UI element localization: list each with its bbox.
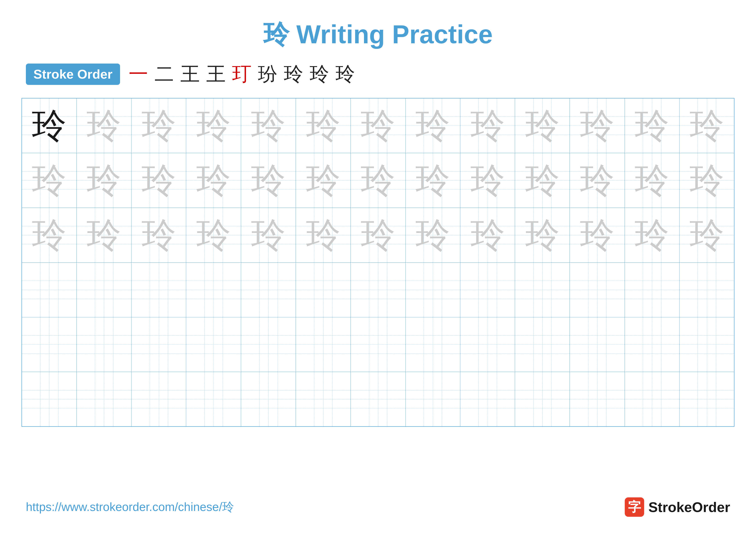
practice-char: 玲 [32,216,67,254]
grid-cell[interactable] [76,372,131,426]
grid-cell[interactable]: 玲 [296,153,350,208]
grid-cell[interactable] [570,317,625,372]
grid-cell[interactable] [515,372,570,426]
grid-cell[interactable]: 玲 [405,208,460,262]
stroke-order-badge: Stroke Order [26,64,120,85]
grid-cell[interactable]: 玲 [351,153,405,208]
grid-cell[interactable] [405,317,460,372]
grid-cell[interactable]: 玲 [625,208,679,262]
grid-cell[interactable] [515,262,570,317]
grid-cell[interactable] [131,317,186,372]
practice-char: 玲 [635,161,669,199]
grid-cell[interactable]: 玲 [76,208,131,262]
grid-cell[interactable] [186,372,241,426]
grid-cell[interactable] [405,372,460,426]
grid-cell[interactable] [405,262,460,317]
grid-cell[interactable]: 玲 [625,98,679,153]
stroke-sequence: 一 二 王 王 玎 玢 玲 玲 玲 [129,61,355,87]
stroke-5: 玎 [232,61,252,87]
grid-cell[interactable]: 玲 [22,153,76,208]
grid-cell[interactable]: 玲 [241,98,296,153]
practice-char: 玲 [306,106,340,145]
grid-cell[interactable] [22,262,76,317]
grid-cell[interactable] [76,262,131,317]
grid-cell[interactable]: 玲 [76,98,131,153]
grid-cell[interactable]: 玲 [515,153,570,208]
practice-char: 玲 [142,106,176,145]
grid-cell[interactable]: 玲 [680,153,734,208]
grid-cell[interactable]: 玲 [515,98,570,153]
grid-cell[interactable] [22,372,76,426]
grid-cell[interactable] [22,317,76,372]
stroke-8: 玲 [310,61,329,87]
grid-cell[interactable]: 玲 [460,153,515,208]
grid-cell[interactable] [680,317,734,372]
stroke-order-section: Stroke Order 一 二 王 王 玎 玢 玲 玲 玲 [0,61,756,87]
grid-cell[interactable]: 玲 [186,208,241,262]
grid-cell[interactable]: 玲 [680,208,734,262]
grid-cell[interactable]: 玲 [460,208,515,262]
grid-cell[interactable]: 玲 [186,153,241,208]
grid-cell[interactable]: 玲 [22,208,76,262]
grid-cell[interactable] [351,317,405,372]
grid-cell[interactable] [460,262,515,317]
grid-cell[interactable] [76,317,131,372]
grid-cell[interactable] [625,317,679,372]
grid-cell[interactable] [460,317,515,372]
grid-cell[interactable] [296,317,350,372]
grid-cell[interactable]: 玲 [405,153,460,208]
grid-cell[interactable] [296,372,350,426]
grid-cell[interactable]: 玲 [131,153,186,208]
practice-char: 玲 [416,216,450,254]
practice-char: 玲 [471,216,505,254]
practice-char: 玲 [635,106,669,145]
grid-cell[interactable]: 玲 [22,98,76,153]
grid-row [22,262,734,317]
grid-cell[interactable] [570,262,625,317]
grid-cell[interactable]: 玲 [241,208,296,262]
practice-char: 玲 [525,161,560,199]
grid-cell[interactable]: 玲 [460,98,515,153]
practice-char: 玲 [251,106,285,145]
grid-cell[interactable]: 玲 [570,208,625,262]
grid-cell[interactable]: 玲 [131,98,186,153]
grid-cell[interactable]: 玲 [296,98,350,153]
practice-char: 玲 [142,216,176,254]
grid-cell[interactable] [351,262,405,317]
grid-cell[interactable] [351,372,405,426]
grid-cell[interactable] [625,372,679,426]
grid-cell[interactable] [186,317,241,372]
grid-cell[interactable]: 玲 [131,208,186,262]
grid-cell[interactable]: 玲 [515,208,570,262]
grid-cell[interactable] [186,262,241,317]
grid-cell[interactable] [296,262,350,317]
grid-cell[interactable] [241,317,296,372]
grid-cell[interactable]: 玲 [186,98,241,153]
grid-cell[interactable] [241,372,296,426]
practice-char: 玲 [32,106,67,145]
grid-cell[interactable] [625,262,679,317]
grid-cell[interactable] [515,317,570,372]
grid-cell[interactable] [460,372,515,426]
grid-cell[interactable] [241,262,296,317]
grid-cell[interactable]: 玲 [570,153,625,208]
grid-cell[interactable] [680,372,734,426]
footer-url: https://www.strokeorder.com/chinese/玲 [26,499,234,515]
grid-cell[interactable] [131,262,186,317]
grid-cell[interactable]: 玲 [680,98,734,153]
grid-cell[interactable]: 玲 [570,98,625,153]
grid-cell[interactable]: 玲 [296,208,350,262]
grid-cell[interactable] [680,262,734,317]
grid-cell[interactable]: 玲 [76,153,131,208]
grid-cell[interactable]: 玲 [351,98,405,153]
grid-cell[interactable] [570,372,625,426]
practice-char: 玲 [306,161,340,199]
practice-char: 玲 [635,216,669,254]
grid-cell[interactable]: 玲 [405,98,460,153]
practice-char: 玲 [87,161,121,199]
practice-char: 玲 [361,216,395,254]
grid-cell[interactable]: 玲 [625,153,679,208]
grid-cell[interactable]: 玲 [241,153,296,208]
grid-cell[interactable]: 玲 [351,208,405,262]
grid-cell[interactable] [131,372,186,426]
